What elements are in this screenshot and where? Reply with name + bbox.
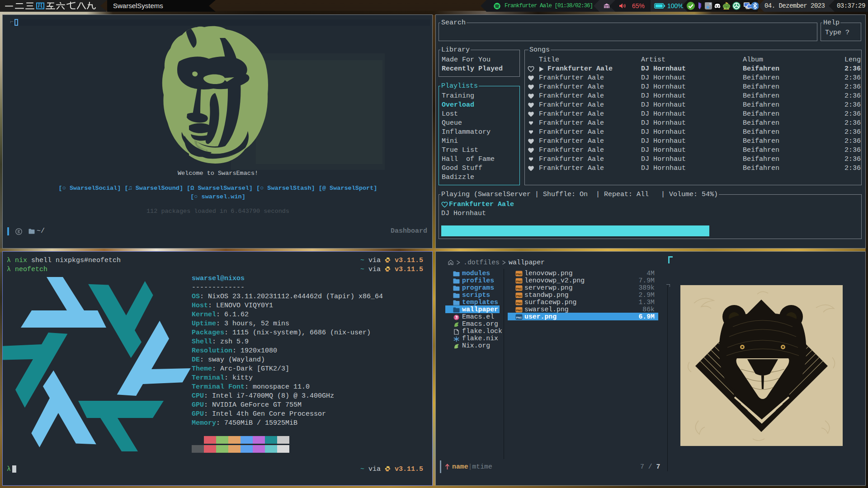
svg-text:PNG: PNG <box>516 302 522 305</box>
svg-text:PNG: PNG <box>516 287 522 290</box>
svg-text:PNG: PNG <box>516 295 522 297</box>
svg-text:PNG: PNG <box>516 316 522 319</box>
svg-text:PNG: PNG <box>516 280 522 283</box>
svg-text:PNG: PNG <box>516 309 522 312</box>
svg-text:PNG: PNG <box>516 273 522 276</box>
